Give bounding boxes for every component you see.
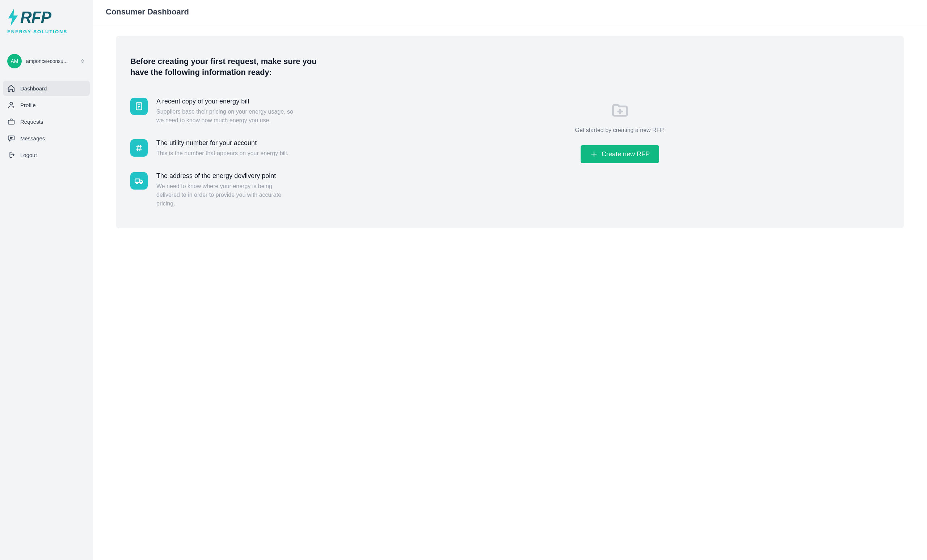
checklist-item: A recent copy of your energy bill Suppli… [130, 98, 333, 125]
checklist-item: The utility number for your account This… [130, 139, 333, 158]
sidebar-item-label: Dashboard [20, 85, 47, 91]
bolt-icon [7, 9, 19, 26]
sidebar-item-label: Messages [20, 135, 45, 141]
page-title: Consumer Dashboard [106, 7, 914, 17]
truck-icon [130, 172, 148, 190]
content: Before creating your first request, make… [93, 24, 927, 240]
avatar: AM [7, 54, 22, 68]
sidebar-nav: Dashboard Profile Requests Messages Logo… [0, 81, 93, 162]
folder-plus-icon [611, 101, 629, 120]
create-rfp-button-label: Create new RFP [602, 150, 650, 158]
checklist-item-title: The address of the energy devlivery poin… [157, 172, 333, 180]
brand-name: RFP [20, 9, 51, 25]
sidebar-item-messages[interactable]: Messages [3, 131, 90, 146]
topbar: Consumer Dashboard [93, 0, 927, 24]
sidebar-item-dashboard[interactable]: Dashboard [3, 81, 90, 96]
svg-point-1 [10, 102, 12, 105]
user-display-name: amponce+consu... [26, 58, 75, 64]
sidebar-item-label: Requests [20, 118, 43, 125]
hash-icon [130, 139, 148, 156]
brand-tagline: ENERGY SOLUTIONS [7, 29, 85, 34]
sidebar-item-label: Logout [20, 152, 37, 158]
checklist-item-description: This is the number that appears on your … [157, 149, 294, 158]
svg-marker-0 [8, 9, 18, 26]
cta-prompt: Get started by creating a new RFP. [575, 127, 665, 134]
logout-icon [7, 151, 15, 159]
checklist-item-title: A recent copy of your energy bill [157, 98, 333, 105]
onboarding-heading: Before creating your first request, make… [130, 56, 333, 77]
checklist-item-description: Suppliers base their pricing on your ene… [157, 108, 294, 125]
receipt-icon [130, 98, 148, 115]
checklist-item-description: We need to know where your energy is bei… [157, 182, 294, 208]
home-icon [7, 84, 15, 92]
sidebar-item-label: Profile [20, 102, 36, 108]
sidebar: RFP ENERGY SOLUTIONS AM amponce+consu...… [0, 0, 93, 560]
onboarding-card: Before creating your first request, make… [116, 36, 904, 228]
briefcase-icon [7, 118, 15, 126]
sidebar-item-profile[interactable]: Profile [3, 97, 90, 112]
brand-logo: RFP ENERGY SOLUTIONS [0, 9, 93, 43]
plus-icon [590, 150, 598, 158]
checklist-item-title: The utility number for your account [157, 139, 333, 147]
chevron-up-down-icon [80, 58, 85, 64]
sidebar-item-requests[interactable]: Requests [3, 114, 90, 129]
checklist-item: The address of the energy devlivery poin… [130, 172, 333, 208]
user-switcher[interactable]: AM amponce+consu... [5, 52, 88, 71]
checklist: A recent copy of your energy bill Suppli… [130, 98, 333, 208]
main-area: Consumer Dashboard Before creating your … [93, 0, 927, 560]
svg-rect-2 [8, 120, 14, 124]
create-rfp-button[interactable]: Create new RFP [581, 145, 659, 163]
sidebar-item-logout[interactable]: Logout [3, 147, 90, 162]
user-icon [7, 101, 15, 109]
onboarding-checklist-column: Before creating your first request, make… [130, 56, 333, 208]
onboarding-cta-column: Get started by creating a new RFP. Creat… [350, 56, 889, 208]
message-icon [7, 134, 15, 142]
